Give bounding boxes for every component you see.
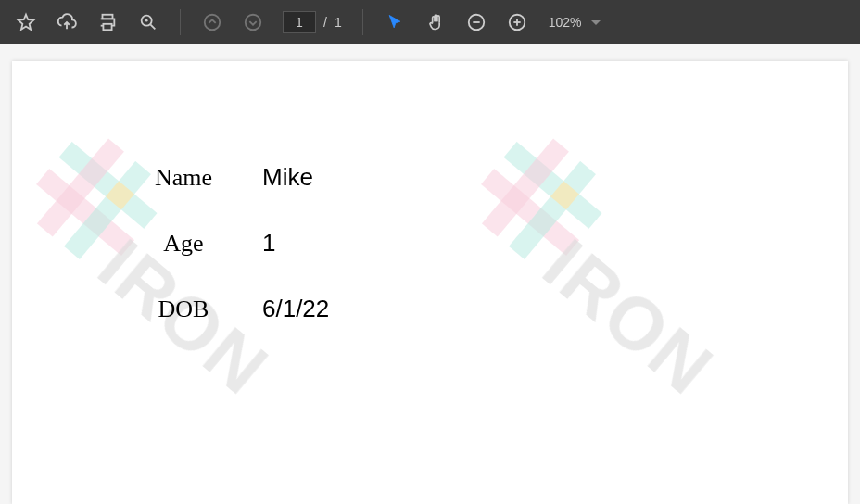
select-tool-icon[interactable]	[376, 4, 413, 41]
page-separator: /	[323, 15, 327, 30]
svg-marker-0	[19, 15, 34, 30]
zoom-in-icon[interactable]	[499, 4, 536, 41]
svg-point-6	[205, 15, 221, 31]
hand-tool-icon[interactable]	[417, 4, 454, 41]
zoom-dropdown[interactable]: 102%	[549, 15, 601, 30]
form-row-name: Name Mike	[105, 163, 329, 192]
page-indicator: / 1	[283, 11, 342, 33]
svg-point-7	[246, 15, 261, 31]
zoom-out-icon[interactable]	[458, 4, 495, 41]
page-total: 1	[335, 15, 342, 30]
form-row-age: Age 1	[105, 229, 329, 258]
value-age: 1	[262, 229, 275, 258]
document-viewport: IRON IRON Name Mike Age 1 DOB	[0, 44, 860, 504]
toolbar-separator	[180, 9, 181, 35]
cloud-upload-icon[interactable]	[48, 4, 85, 41]
svg-point-5	[145, 19, 148, 22]
label-age: Age	[105, 230, 262, 258]
svg-line-4	[150, 24, 155, 29]
zoom-find-icon[interactable]	[130, 4, 167, 41]
label-dob: DOB	[105, 296, 262, 323]
form-content: Name Mike Age 1 DOB 6/1/22	[105, 163, 329, 360]
form-row-dob: DOB 6/1/22	[105, 295, 329, 323]
watermark: IRON	[462, 121, 618, 278]
label-name: Name	[105, 164, 262, 192]
page-up-icon[interactable]	[194, 4, 231, 41]
pdf-toolbar: / 1 102%	[0, 0, 860, 44]
page-number-input[interactable]	[283, 11, 316, 33]
value-dob: 6/1/22	[262, 295, 329, 323]
zoom-value: 102%	[549, 15, 582, 30]
pdf-page: IRON IRON Name Mike Age 1 DOB	[12, 61, 848, 504]
page-down-icon[interactable]	[234, 4, 272, 41]
value-name: Mike	[262, 163, 313, 192]
star-icon[interactable]	[7, 4, 44, 41]
toolbar-separator	[362, 9, 363, 35]
svg-rect-2	[103, 24, 111, 30]
print-icon[interactable]	[89, 4, 126, 41]
watermark-text: IRON	[527, 222, 729, 411]
chevron-down-icon	[591, 20, 601, 25]
